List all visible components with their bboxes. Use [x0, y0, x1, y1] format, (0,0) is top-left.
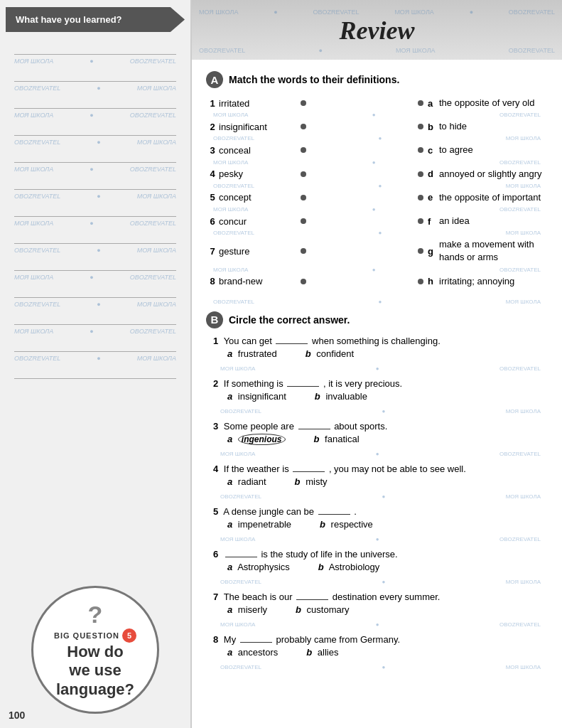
match-letter-3: c [428, 145, 439, 156]
review-header: МОЯ ШКОЛА ● OBOZREVATEL МОЯ ШКОЛА ● OBOZ… [192, 0, 562, 60]
cq7-answers: a miserly b customary [227, 604, 548, 615]
watermark-row: OBOZREVATEL ● МОЯ ШКОЛА [14, 191, 176, 201]
wm-icon: ● [97, 247, 100, 254]
cq3-blank [298, 429, 330, 429]
write-line[interactable] [14, 228, 176, 244]
match-def-2: to hide [439, 120, 548, 133]
write-line[interactable] [14, 336, 176, 352]
cq6-num: 6 [213, 549, 218, 560]
wm-text2: МОЯ ШКОЛА [137, 139, 176, 146]
write-line[interactable] [14, 309, 176, 325]
cq5-answer-b[interactable]: b respective [320, 519, 373, 530]
cq4-answer-b[interactable]: b misty [295, 476, 328, 487]
wm-icon: ● [90, 328, 93, 335]
cq3-answers: a ingenious b fanatical [227, 434, 548, 444]
match-def-8: irritating; annoying [439, 275, 548, 288]
match-def-7: make a movement with hands or arms [439, 238, 548, 264]
cq4-letter-a: a [227, 476, 232, 487]
cq2-answer-a[interactable]: a insignificant [227, 391, 286, 402]
cq5-answer-a[interactable]: a impenetrable [227, 519, 291, 530]
cq5-letter-a: a [227, 519, 232, 530]
cq8-answer-b[interactable]: b allies [306, 647, 338, 658]
write-line[interactable] [14, 174, 176, 190]
cq4-b-text: misty [306, 476, 327, 487]
wm-text: OBOZREVATEL [14, 301, 60, 308]
cq1-answer-a[interactable]: a frustrated [227, 348, 277, 359]
match-word-5: concept [219, 192, 301, 203]
match-num-6: 6 [206, 216, 219, 227]
match-def-3: to agree [439, 144, 548, 156]
write-line[interactable] [14, 147, 176, 163]
cq6-letter-a: a [227, 562, 232, 572]
wm-subheader-2: МОЯ ШКОЛА [396, 47, 436, 54]
match-dot-right-5 [418, 195, 423, 200]
write-line[interactable] [14, 39, 176, 55]
cq1-num: 1 [213, 336, 218, 346]
line-group [14, 363, 176, 379]
big-question-label: BIG QUESTION [54, 631, 119, 640]
write-line[interactable] [14, 66, 176, 82]
match-num-1: 1 [206, 98, 219, 109]
wm-text: МОЯ ШКОЛА [14, 220, 53, 227]
cq7-answer-b[interactable]: b customary [296, 604, 350, 615]
wm-text2: МОЯ ШКОЛА [137, 301, 176, 308]
write-line[interactable] [14, 363, 176, 379]
write-line[interactable] [14, 282, 176, 298]
write-line[interactable] [14, 120, 176, 136]
match-letter-7: g [428, 246, 439, 257]
cq7-before: The beach is our [224, 592, 293, 602]
wm-strip: МОЯ ШКОЛА ● OBOZREVATEL [206, 205, 548, 213]
cq1-letter-a: a [227, 348, 232, 359]
wm-strip: OBOZREVATEL ● МОЯ ШКОЛА [206, 134, 548, 142]
cq1-answers: a frustrated b confident [227, 348, 548, 359]
cq3-letter-b: b [314, 434, 320, 444]
circle-q6: 6 is the study of life in the universe. … [213, 549, 548, 572]
match-letter-6: f [428, 216, 439, 227]
cq5-num: 5 [213, 506, 218, 517]
cq6-answer-a[interactable]: a Astrophysics [227, 562, 290, 572]
wm-icon: ● [97, 139, 100, 146]
cq7-letter-b: b [296, 604, 301, 615]
wm-text2: OBOZREVATEL [130, 274, 176, 281]
cq8-answer-a[interactable]: a ancestors [227, 647, 278, 658]
cq2-answer-b[interactable]: b invaluable [315, 391, 367, 402]
cq1-letter-b: b [306, 348, 311, 359]
match-num-3: 3 [206, 145, 219, 156]
match-letter-1: a [428, 98, 439, 109]
cq2-num: 2 [213, 378, 218, 389]
wm-header-2: OBOZREVATEL [313, 9, 359, 16]
match-row-4: 4 pesky d annoyed or slightly angry [206, 166, 548, 182]
cq4-answer-a[interactable]: a radiant [227, 476, 266, 487]
line-group [14, 201, 176, 217]
cq1-a-text: frustrated [238, 348, 277, 359]
cq5-b-text: respective [331, 519, 373, 530]
match-word-3: conceal [219, 145, 301, 156]
cq6-answer-b[interactable]: b Astrobiology [318, 562, 379, 572]
section-a: A Match the words to their definitions. … [192, 60, 562, 295]
cq1-answer-b[interactable]: b confident [306, 348, 354, 359]
watermark-row: МОЯ ШКОЛА ● OBOZREVATEL [14, 110, 176, 120]
wm-strip: МОЯ ШКОЛА ● OBOZREVATEL [213, 365, 548, 373]
wm-icon: ● [97, 355, 100, 362]
wm-text: OBOZREVATEL [14, 355, 60, 362]
write-line[interactable] [14, 201, 176, 217]
match-letter-8: h [428, 276, 439, 287]
cq1-blank [276, 343, 308, 344]
circle-q2: 2 If something is , it is very precious.… [213, 378, 548, 402]
write-line[interactable] [14, 255, 176, 271]
write-line[interactable] [14, 93, 176, 109]
wm-header-3: МОЯ ШКОЛА [394, 9, 434, 16]
cq6-blank [225, 557, 257, 557]
cq3-answer-a[interactable]: a ingenious [227, 434, 286, 444]
wm-icon: ● [90, 58, 93, 65]
cq2-blank [287, 386, 319, 387]
match-row-6: 6 concur f an idea [206, 213, 548, 229]
watermark-row: МОЯ ШКОЛА ● OBOZREVATEL [14, 56, 176, 66]
circle-q8: 8 My probably came from Germany. a ances… [213, 634, 548, 658]
question-mark-icon: ? [88, 601, 103, 628]
left-panel: What have you learned? МОЯ ШКОЛА ● OBOZR… [0, 0, 192, 728]
section-a-label: A [206, 71, 223, 88]
watermark-row: OBOZREVATEL ● МОЯ ШКОЛА [14, 353, 176, 363]
cq7-answer-a[interactable]: a miserly [227, 604, 267, 615]
cq3-answer-b[interactable]: b fanatical [314, 434, 360, 444]
